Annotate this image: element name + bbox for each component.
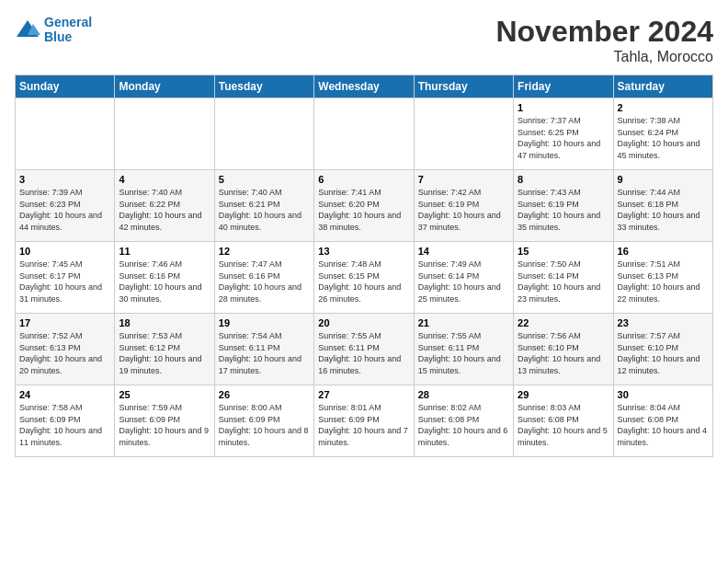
day-info: Sunrise: 7:58 AMSunset: 6:09 PMDaylight:… — [19, 402, 110, 448]
calendar-cell: 26Sunrise: 8:00 AMSunset: 6:09 PMDayligh… — [214, 385, 313, 457]
day-number: 24 — [19, 389, 110, 400]
calendar-cell: 8Sunrise: 7:43 AMSunset: 6:19 PMDaylight… — [514, 170, 613, 242]
calendar-table: SundayMondayTuesdayWednesdayThursdayFrid… — [15, 75, 713, 457]
day-info: Sunrise: 7:38 AMSunset: 6:24 PMDaylight:… — [618, 115, 709, 161]
weekday-header: Friday — [514, 75, 613, 98]
day-number: 22 — [518, 317, 609, 328]
day-info: Sunrise: 7:50 AMSunset: 6:14 PMDaylight:… — [518, 259, 609, 304]
day-number: 2 — [618, 102, 709, 113]
day-info: Sunrise: 7:52 AMSunset: 6:13 PMDaylight:… — [19, 330, 110, 376]
calendar-cell: 5Sunrise: 7:40 AMSunset: 6:21 PMDaylight… — [214, 170, 313, 242]
day-info: Sunrise: 7:42 AMSunset: 6:19 PMDaylight:… — [418, 187, 509, 233]
logo: General Blue — [15, 15, 92, 44]
day-number: 8 — [518, 174, 609, 185]
logo-text: General Blue — [44, 15, 92, 44]
day-number: 10 — [19, 246, 110, 257]
calendar-cell: 21Sunrise: 7:55 AMSunset: 6:11 PMDayligh… — [414, 314, 513, 385]
calendar-cell: 27Sunrise: 8:01 AMSunset: 6:09 PMDayligh… — [314, 385, 414, 457]
day-info: Sunrise: 7:59 AMSunset: 6:09 PMDaylight:… — [119, 402, 210, 448]
day-info: Sunrise: 7:55 AMSunset: 6:11 PMDaylight:… — [418, 330, 509, 376]
day-info: Sunrise: 7:39 AMSunset: 6:23 PMDaylight:… — [19, 187, 110, 233]
calendar-cell: 2Sunrise: 7:38 AMSunset: 6:24 PMDaylight… — [613, 98, 712, 170]
day-info: Sunrise: 7:40 AMSunset: 6:22 PMDaylight:… — [119, 187, 210, 233]
page: General Blue November 2024 Tahla, Morocc… — [0, 0, 728, 563]
calendar-week-row: 24Sunrise: 7:58 AMSunset: 6:09 PMDayligh… — [16, 385, 713, 457]
calendar-cell — [314, 98, 414, 170]
location: Tahla, Morocco — [495, 49, 713, 65]
day-info: Sunrise: 7:46 AMSunset: 6:16 PMDaylight:… — [119, 259, 210, 304]
calendar-week-row: 10Sunrise: 7:45 AMSunset: 6:17 PMDayligh… — [16, 242, 713, 314]
calendar-cell: 1Sunrise: 7:37 AMSunset: 6:25 PMDaylight… — [514, 98, 613, 170]
calendar-week-row: 3Sunrise: 7:39 AMSunset: 6:23 PMDaylight… — [16, 170, 713, 242]
calendar-cell: 28Sunrise: 8:02 AMSunset: 6:08 PMDayligh… — [414, 385, 513, 457]
calendar-cell: 30Sunrise: 8:04 AMSunset: 6:08 PMDayligh… — [613, 385, 712, 457]
day-info: Sunrise: 7:44 AMSunset: 6:18 PMDaylight:… — [618, 187, 709, 233]
day-info: Sunrise: 8:04 AMSunset: 6:08 PMDaylight:… — [618, 402, 709, 448]
calendar-cell: 22Sunrise: 7:56 AMSunset: 6:10 PMDayligh… — [514, 314, 613, 385]
day-info: Sunrise: 7:53 AMSunset: 6:12 PMDaylight:… — [119, 330, 210, 376]
weekday-header: Thursday — [414, 75, 513, 98]
day-number: 29 — [518, 389, 609, 400]
calendar-week-row: 17Sunrise: 7:52 AMSunset: 6:13 PMDayligh… — [16, 314, 713, 385]
day-number: 20 — [318, 317, 409, 328]
day-info: Sunrise: 7:37 AMSunset: 6:25 PMDaylight:… — [518, 115, 609, 161]
calendar-cell: 29Sunrise: 8:03 AMSunset: 6:08 PMDayligh… — [514, 385, 613, 457]
day-number: 16 — [618, 246, 709, 257]
calendar-cell: 23Sunrise: 7:57 AMSunset: 6:10 PMDayligh… — [613, 314, 712, 385]
calendar-cell: 17Sunrise: 7:52 AMSunset: 6:13 PMDayligh… — [16, 314, 115, 385]
calendar-cell: 19Sunrise: 7:54 AMSunset: 6:11 PMDayligh… — [214, 314, 313, 385]
calendar-week-row: 1Sunrise: 7:37 AMSunset: 6:25 PMDaylight… — [16, 98, 713, 170]
day-number: 13 — [318, 246, 409, 257]
day-number: 17 — [19, 317, 110, 328]
day-info: Sunrise: 7:55 AMSunset: 6:11 PMDaylight:… — [318, 330, 409, 376]
day-info: Sunrise: 7:49 AMSunset: 6:14 PMDaylight:… — [418, 259, 509, 304]
day-number: 25 — [119, 389, 210, 400]
day-number: 21 — [418, 317, 509, 328]
calendar-cell: 15Sunrise: 7:50 AMSunset: 6:14 PMDayligh… — [514, 242, 613, 314]
calendar-cell: 24Sunrise: 7:58 AMSunset: 6:09 PMDayligh… — [16, 385, 115, 457]
calendar-cell: 12Sunrise: 7:47 AMSunset: 6:16 PMDayligh… — [214, 242, 313, 314]
calendar-cell: 10Sunrise: 7:45 AMSunset: 6:17 PMDayligh… — [16, 242, 115, 314]
header: General Blue November 2024 Tahla, Morocc… — [15, 15, 713, 65]
day-number: 7 — [418, 174, 509, 185]
calendar-cell: 11Sunrise: 7:46 AMSunset: 6:16 PMDayligh… — [115, 242, 214, 314]
day-number: 23 — [618, 317, 709, 328]
calendar-cell: 13Sunrise: 7:48 AMSunset: 6:15 PMDayligh… — [314, 242, 414, 314]
day-info: Sunrise: 7:40 AMSunset: 6:21 PMDaylight:… — [219, 187, 310, 233]
day-number: 14 — [418, 246, 509, 257]
weekday-header: Wednesday — [314, 75, 414, 98]
month-title: November 2024 — [495, 15, 713, 49]
day-number: 19 — [219, 317, 310, 328]
weekday-header: Sunday — [16, 75, 115, 98]
calendar-cell — [16, 98, 115, 170]
day-number: 1 — [518, 102, 609, 113]
day-info: Sunrise: 7:51 AMSunset: 6:13 PMDaylight:… — [618, 259, 709, 304]
day-number: 15 — [518, 246, 609, 257]
calendar-header-row: SundayMondayTuesdayWednesdayThursdayFrid… — [16, 75, 713, 98]
day-info: Sunrise: 8:01 AMSunset: 6:09 PMDaylight:… — [318, 402, 409, 448]
day-info: Sunrise: 8:02 AMSunset: 6:08 PMDaylight:… — [418, 402, 509, 448]
calendar-cell: 6Sunrise: 7:41 AMSunset: 6:20 PMDaylight… — [314, 170, 414, 242]
calendar-cell — [115, 98, 214, 170]
day-info: Sunrise: 7:47 AMSunset: 6:16 PMDaylight:… — [219, 259, 310, 304]
day-number: 28 — [418, 389, 509, 400]
day-number: 3 — [19, 174, 110, 185]
day-number: 26 — [219, 389, 310, 400]
title-block: November 2024 Tahla, Morocco — [495, 15, 713, 65]
day-info: Sunrise: 8:03 AMSunset: 6:08 PMDaylight:… — [518, 402, 609, 448]
calendar-cell — [214, 98, 313, 170]
calendar-cell: 7Sunrise: 7:42 AMSunset: 6:19 PMDaylight… — [414, 170, 513, 242]
calendar-cell: 18Sunrise: 7:53 AMSunset: 6:12 PMDayligh… — [115, 314, 214, 385]
calendar-cell: 16Sunrise: 7:51 AMSunset: 6:13 PMDayligh… — [613, 242, 712, 314]
calendar-cell: 20Sunrise: 7:55 AMSunset: 6:11 PMDayligh… — [314, 314, 414, 385]
weekday-header: Monday — [115, 75, 214, 98]
day-number: 5 — [219, 174, 310, 185]
day-info: Sunrise: 7:57 AMSunset: 6:10 PMDaylight:… — [618, 330, 709, 376]
calendar-cell: 3Sunrise: 7:39 AMSunset: 6:23 PMDaylight… — [16, 170, 115, 242]
day-info: Sunrise: 7:41 AMSunset: 6:20 PMDaylight:… — [318, 187, 409, 233]
day-number: 18 — [119, 317, 210, 328]
day-number: 4 — [119, 174, 210, 185]
day-info: Sunrise: 7:54 AMSunset: 6:11 PMDaylight:… — [219, 330, 310, 376]
day-number: 27 — [318, 389, 409, 400]
day-number: 11 — [119, 246, 210, 257]
